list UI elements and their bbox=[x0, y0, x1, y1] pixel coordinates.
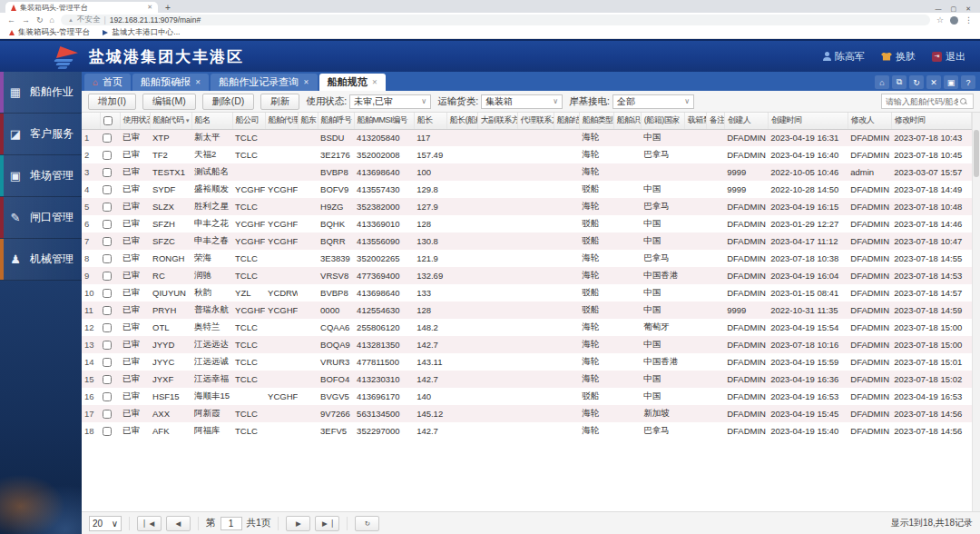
column-header[interactable]: 修改时间 bbox=[891, 113, 971, 129]
table-row[interactable]: 14已审JYYC江远远诚TCLCVRUR3477811500143.11海轮中国… bbox=[82, 353, 972, 371]
column-header[interactable]: 船长(船舶) bbox=[446, 113, 477, 129]
tab-ship-declaration[interactable]: 船舶预确报 ✕ bbox=[132, 74, 209, 91]
sidebar-item-gate-management[interactable]: ✎ 闸口管理 bbox=[0, 197, 82, 239]
row-checkbox[interactable] bbox=[103, 427, 112, 436]
delete-button[interactable]: 删除(D) bbox=[202, 94, 255, 110]
column-header[interactable]: 船舶类型 bbox=[579, 113, 613, 129]
table-row[interactable]: 11已审PRYH普瑞永航YCGHFYCGHF0000412554630128驳船… bbox=[82, 302, 972, 319]
tab-close-icon[interactable]: ✕ bbox=[303, 78, 309, 86]
row-checkbox[interactable] bbox=[103, 203, 112, 212]
change-skin-button[interactable]: 换肤 bbox=[881, 50, 916, 64]
add-button[interactable]: 增加(I) bbox=[88, 94, 136, 110]
column-header[interactable]: 创建人 bbox=[724, 113, 768, 129]
table-row[interactable]: 18已审AFK阿福库TCLC3EFV5352297000142.7海轮巴拿马DF… bbox=[82, 422, 972, 440]
row-checkbox[interactable] bbox=[103, 254, 112, 263]
sidebar-item-machinery-management[interactable]: ♟ 机械管理 bbox=[0, 239, 82, 281]
table-row[interactable]: 12已审OTL奥特兰TCLCCQAA6255806120148.2海轮葡萄牙DF… bbox=[82, 319, 972, 336]
window-close-button[interactable]: ✕ bbox=[965, 5, 971, 13]
tab-ship-work-record-query[interactable]: 船舶作业记录查询 ✕ bbox=[211, 74, 317, 91]
row-checkbox[interactable] bbox=[103, 410, 112, 419]
table-row[interactable]: 17已审AXX阿新霞TCLC9V7266563134500145.12海轮新加坡… bbox=[82, 405, 972, 422]
sidebar-item-ship-operations[interactable]: ▦ 船舶作业 bbox=[0, 72, 82, 114]
column-header[interactable]: 船舶MMSI编号 bbox=[354, 113, 414, 129]
page-number-input[interactable] bbox=[220, 517, 242, 530]
row-checkbox[interactable] bbox=[103, 306, 112, 315]
close-icon[interactable]: ✕ bbox=[926, 75, 941, 89]
vertical-scrollbar[interactable] bbox=[972, 113, 980, 511]
logout-button[interactable]: ⇥ 退出 bbox=[932, 50, 965, 64]
row-checkbox[interactable] bbox=[103, 134, 112, 143]
bookmark-item[interactable]: 集装箱码头-管理平台 bbox=[9, 27, 90, 38]
home-icon[interactable]: ⌂ bbox=[875, 75, 889, 89]
page-size-select[interactable]: 20 ∨ bbox=[89, 516, 122, 531]
scrollbar-thumb[interactable] bbox=[974, 130, 979, 177]
table-row[interactable]: 5已审SLZX胜利之星TCLCH9ZG352382000127.9海轮巴拿马DF… bbox=[82, 198, 972, 215]
column-header[interactable]: (船籍)国家 bbox=[641, 113, 684, 129]
column-header[interactable]: 船长 bbox=[414, 113, 446, 129]
column-header[interactable]: 船舶代码 ▼ bbox=[150, 113, 191, 129]
help-icon[interactable]: ? bbox=[961, 75, 975, 89]
column-header[interactable]: 使用状态 bbox=[120, 113, 150, 129]
tab-close-icon[interactable]: ✕ bbox=[147, 4, 152, 11]
cargo-type-select[interactable]: 集装箱 ∨ bbox=[481, 94, 563, 109]
column-header[interactable]: 代理联系方式 bbox=[517, 113, 554, 129]
refresh-button[interactable]: 刷新 bbox=[260, 94, 299, 110]
column-header[interactable]: 船公司 bbox=[232, 113, 265, 129]
table-row[interactable]: 8已审RONGH荣海TCLC3E3839352002265121.9海轮巴拿马D… bbox=[82, 250, 972, 267]
column-header[interactable]: 船东 bbox=[298, 113, 318, 129]
column-header[interactable]: 船舶代理 bbox=[265, 113, 298, 129]
next-page-button[interactable]: ▶ bbox=[286, 516, 310, 531]
column-header[interactable]: 创建时间 bbox=[768, 113, 848, 129]
column-header[interactable]: 船舶结构 bbox=[554, 113, 579, 129]
current-user[interactable]: 陈高军 bbox=[822, 50, 865, 64]
row-checkbox[interactable] bbox=[103, 392, 112, 401]
row-checkbox[interactable] bbox=[103, 151, 112, 160]
fullscreen-icon[interactable]: ⧉ bbox=[892, 75, 906, 89]
tab-close-icon[interactable]: ✕ bbox=[372, 78, 377, 86]
column-header[interactable]: 修改人 bbox=[848, 113, 891, 129]
reload-page-button[interactable]: ↻ bbox=[355, 516, 379, 531]
tab-ship-specification[interactable]: 船舶规范 ✕ bbox=[319, 74, 386, 91]
row-checkbox[interactable] bbox=[103, 185, 112, 194]
table-row[interactable]: 9已审RC润驰TCLCVRSV8477369400132.69海轮中国香港DFA… bbox=[82, 267, 972, 284]
row-checkbox[interactable] bbox=[103, 323, 112, 332]
home-icon[interactable]: ⌂ bbox=[50, 15, 54, 25]
forward-icon[interactable]: → bbox=[22, 15, 30, 25]
star-icon[interactable]: ☆ bbox=[936, 15, 944, 25]
column-header[interactable]: 大副联系方式 bbox=[477, 113, 517, 129]
table-row[interactable]: 16已审HSF15海顺丰15YCGHFBVGV5413696170140驳船中国… bbox=[82, 388, 972, 405]
row-checkbox[interactable] bbox=[103, 358, 112, 367]
new-tab-button[interactable]: + bbox=[158, 3, 178, 13]
row-checkbox[interactable] bbox=[103, 220, 112, 229]
maximize-button[interactable]: ▢ bbox=[951, 5, 957, 13]
column-header[interactable]: 船舶识别号 bbox=[613, 113, 641, 129]
table-row[interactable]: 2已审TF2天福2TCLC3E2176352002008157.49海轮巴拿马D… bbox=[82, 146, 972, 163]
last-page-button[interactable]: ▶▕ bbox=[315, 516, 339, 531]
select-all-checkbox[interactable] bbox=[103, 116, 113, 125]
search-icon[interactable] bbox=[960, 98, 966, 104]
row-checkbox[interactable] bbox=[103, 341, 112, 350]
column-header[interactable]: 船舶呼号 bbox=[318, 113, 354, 129]
edit-button[interactable]: 编辑(M) bbox=[142, 94, 196, 110]
first-page-button[interactable]: ▏◀ bbox=[137, 516, 162, 531]
table-row[interactable]: 1已审XTP新太平TCLCBSDU413205840117海轮中国DFADMIN… bbox=[82, 129, 972, 146]
row-checkbox[interactable] bbox=[103, 289, 112, 298]
browser-tab[interactable]: 集装箱码头-管理平台 ✕ bbox=[5, 2, 158, 13]
sidebar-item-yard-management[interactable]: ▣ 堆场管理 bbox=[0, 155, 82, 197]
search-input[interactable] bbox=[886, 97, 958, 106]
shore-power-select[interactable]: 全部 ∨ bbox=[612, 94, 694, 109]
row-checkbox[interactable] bbox=[103, 375, 112, 384]
table-row[interactable]: 15已审JYXF江远幸福TCLCBOFO4413230310142.7海轮中国D… bbox=[82, 371, 972, 388]
table-row[interactable]: 13已审JYYD江远远达TCLCBOQA9413281350142.7海轮中国D… bbox=[82, 336, 972, 353]
refresh-icon[interactable]: ↻ bbox=[909, 75, 924, 89]
sidebar-item-customer-service[interactable]: ◪ 客户服务 bbox=[0, 114, 82, 155]
row-checkbox[interactable] bbox=[103, 237, 112, 246]
column-header[interactable]: 载箱量 bbox=[684, 113, 706, 129]
row-checkbox[interactable] bbox=[103, 272, 112, 281]
bookmark-item[interactable]: 盐城大丰港口中心... bbox=[103, 27, 180, 38]
tab-home[interactable]: ⌂ 首页 bbox=[84, 74, 131, 91]
table-row[interactable]: 6已审SFZH申丰之花YCGHFYCGHFBQHK413369010128驳船中… bbox=[82, 215, 972, 232]
table-row[interactable]: 3已审TESTX1测试船名BVBP8413698640100海轮99992022… bbox=[82, 163, 972, 181]
table-row[interactable]: 7已审SFZC申丰之春YCGHFYCGHFBQRR413556090130.8驳… bbox=[82, 232, 972, 250]
minimize-button[interactable]: — bbox=[936, 5, 942, 13]
